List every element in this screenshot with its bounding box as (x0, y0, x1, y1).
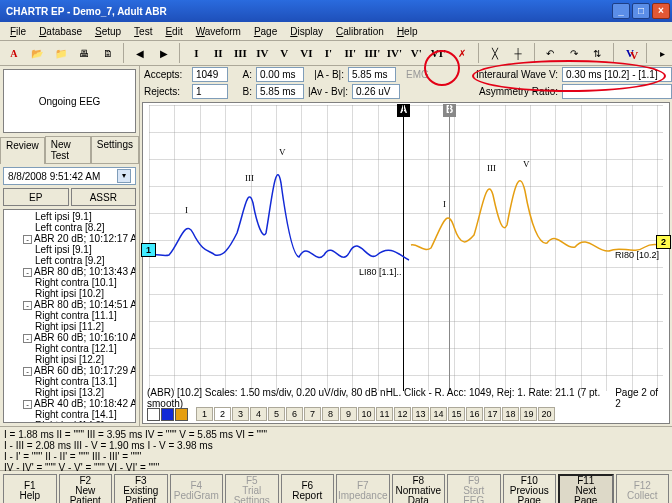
page-3-button[interactable]: 3 (232, 407, 249, 421)
swatch-white[interactable] (147, 408, 160, 421)
arrow-right-icon[interactable]: ▸ (653, 43, 672, 63)
tree-item[interactable]: Right ipsi [12.2] (5, 354, 134, 365)
recording-tree[interactable]: Left ipsi [9.1]Left contra [8.2]-ABR 20 … (3, 209, 136, 423)
session-dropdown[interactable]: 8/8/2008 9:51:42 AM ▾ (3, 167, 136, 185)
tree-item[interactable]: Right contra [11.1] (5, 310, 134, 321)
latency-row-1: I = 1.88 ms II = """ III = 3.95 ms IV = … (4, 429, 668, 440)
f6-button[interactable]: F6Report (281, 474, 335, 503)
swatch-orange[interactable] (175, 408, 188, 421)
menu-waveform[interactable]: Waveform (190, 24, 247, 39)
page-15-button[interactable]: 15 (448, 407, 465, 421)
tree-item[interactable]: Right contra [12.1] (5, 343, 134, 354)
close-button[interactable]: × (652, 3, 670, 19)
mark-II'-button[interactable]: II' (340, 43, 360, 63)
tree-item[interactable]: Right contra [14.1] (5, 409, 134, 420)
menu-help[interactable]: Help (391, 24, 424, 39)
mark-V-button[interactable]: V (274, 43, 294, 63)
page-7-button[interactable]: 7 (304, 407, 321, 421)
tab-new-test[interactable]: New Test (45, 136, 91, 163)
interaural-icon[interactable]: VV (620, 43, 639, 63)
menu-file[interactable]: File (4, 24, 32, 39)
page-1-button[interactable]: 1 (196, 407, 213, 421)
tree-item[interactable]: Right ipsi [14.2] (5, 420, 134, 423)
menu-calibration[interactable]: Calibration (330, 24, 390, 39)
menu-edit[interactable]: Edit (159, 24, 188, 39)
tree-item[interactable]: Right ipsi [10.2] (5, 288, 134, 299)
mark-V'-button[interactable]: V' (406, 43, 426, 63)
page-19-button[interactable]: 19 (520, 407, 537, 421)
tree-item[interactable]: Left contra [9.2] (5, 255, 134, 266)
page-18-button[interactable]: 18 (502, 407, 519, 421)
ep-button[interactable]: EP (3, 188, 69, 206)
cursor-right-icon[interactable]: ▶ (154, 43, 173, 63)
open-icon[interactable]: 📂 (27, 43, 46, 63)
tree-item[interactable]: Right ipsi [11.2] (5, 321, 134, 332)
minimize-button[interactable]: _ (612, 3, 630, 19)
print-icon[interactable]: 🖶 (74, 43, 93, 63)
tree-item[interactable]: Left contra [8.2] (5, 222, 134, 233)
axes-icon[interactable]: ┼ (508, 43, 527, 63)
channel-2-marker[interactable]: 2 (656, 235, 671, 249)
page-6-button[interactable]: 6 (286, 407, 303, 421)
f2-button[interactable]: F2NewPatient (59, 474, 113, 503)
menu-display[interactable]: Display (284, 24, 329, 39)
page-14-button[interactable]: 14 (430, 407, 447, 421)
tool-a-icon[interactable]: A (4, 43, 23, 63)
f1-button[interactable]: F1Help (3, 474, 57, 503)
mark-II-button[interactable]: II (208, 43, 228, 63)
page-20-button[interactable]: 20 (538, 407, 555, 421)
tree-item[interactable]: -ABR 60 dB; 10:17:29 AM (5, 365, 134, 376)
mark-I'-button[interactable]: I' (318, 43, 338, 63)
tab-review[interactable]: Review (0, 137, 45, 164)
f3-button[interactable]: F3ExistingPatient (114, 474, 168, 503)
mark-VI-button[interactable]: VI (296, 43, 316, 63)
mark-III'-button[interactable]: III' (362, 43, 382, 63)
menu-test[interactable]: Test (128, 24, 158, 39)
tree-item[interactable]: -ABR 60 dB; 10:16:10 AM (5, 332, 134, 343)
peak-r-V: V (523, 159, 530, 169)
f8-button[interactable]: F8NormativeData (392, 474, 446, 503)
f11-button[interactable]: F11NextPage (558, 474, 614, 503)
page-13-button[interactable]: 13 (412, 407, 429, 421)
page-17-button[interactable]: 17 (484, 407, 501, 421)
menu-database[interactable]: Database (33, 24, 88, 39)
tree-item[interactable]: -ABR 80 dB; 10:13:43 AM (5, 266, 134, 277)
chevron-down-icon[interactable]: ▾ (117, 169, 131, 183)
page-8-button[interactable]: 8 (322, 407, 339, 421)
mark-IV-button[interactable]: IV (252, 43, 272, 63)
tree-item[interactable]: Right ipsi [13.2] (5, 387, 134, 398)
tree-item[interactable]: -ABR 40 dB; 10:18:42 AM (5, 398, 134, 409)
page-11-button[interactable]: 11 (376, 407, 393, 421)
mark-I-button[interactable]: I (186, 43, 206, 63)
page-10-button[interactable]: 10 (358, 407, 375, 421)
open2-icon[interactable]: 📁 (51, 43, 70, 63)
maximize-button[interactable]: □ (632, 3, 650, 19)
page-5-button[interactable]: 5 (268, 407, 285, 421)
tree-item[interactable]: Right contra [13.1] (5, 376, 134, 387)
print-preview-icon[interactable]: 🗎 (98, 43, 117, 63)
tree-item[interactable]: -ABR 20 dB; 10:12:17 AM (5, 233, 134, 244)
grid-icon[interactable]: ╳ (485, 43, 504, 63)
mark-III-button[interactable]: III (230, 43, 250, 63)
menu-setup[interactable]: Setup (89, 24, 127, 39)
page-2-button[interactable]: 2 (214, 407, 231, 421)
channel-1-marker[interactable]: 1 (141, 243, 156, 257)
main-panel: Accepts: 1049 A: 0.00 ms |A - B|: 5.85 m… (140, 66, 672, 426)
waveform-plot[interactable]: A B I III V I III V LI80 [1.1].. RI80 [1… (142, 102, 670, 424)
cursor-left-icon[interactable]: ◀ (130, 43, 149, 63)
tab-settings[interactable]: Settings (91, 136, 139, 163)
mark-IV'-button[interactable]: IV' (384, 43, 404, 63)
annotation-circle-2 (472, 60, 666, 92)
tree-item[interactable]: -ABR 80 dB; 10:14:51 AM (5, 299, 134, 310)
tree-item[interactable]: Left ipsi [9.1] (5, 244, 134, 255)
page-12-button[interactable]: 12 (394, 407, 411, 421)
tree-item[interactable]: Left ipsi [9.1] (5, 211, 134, 222)
menu-page[interactable]: Page (248, 24, 283, 39)
page-16-button[interactable]: 16 (466, 407, 483, 421)
assr-button[interactable]: ASSR (71, 188, 137, 206)
swatch-blue[interactable] (161, 408, 174, 421)
page-4-button[interactable]: 4 (250, 407, 267, 421)
tree-item[interactable]: Right contra [10.1] (5, 277, 134, 288)
f10-button[interactable]: F10PreviousPage (503, 474, 557, 503)
page-9-button[interactable]: 9 (340, 407, 357, 421)
